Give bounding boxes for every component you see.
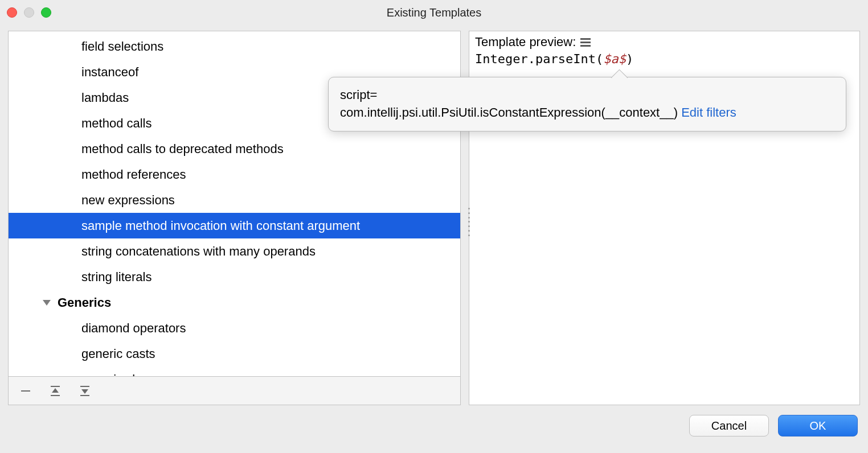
code-prefix: Integer.parseInt( [475,52,603,66]
collapse-all-icon[interactable] [77,383,93,399]
tooltip-script-text: com.intellij.psi.util.PsiUtil.isConstant… [340,105,678,120]
tree-category-generics[interactable]: Generics [9,290,460,315]
code-suffix: ) [626,52,633,66]
content-area: field selections instanceof lambdas meth… [0,25,868,405]
close-window-button[interactable] [7,7,17,18]
tree-item[interactable]: string literals [9,264,460,290]
tree-item[interactable]: field selections [9,34,460,59]
svg-rect-0 [21,390,30,392]
tooltip-line1: script= [340,87,834,104]
tree-item[interactable]: method calls to deprecated methods [9,136,460,162]
tree-item[interactable]: new expressions [9,187,460,213]
tree-item[interactable]: diamond operators [9,315,460,341]
ok-button[interactable]: OK [778,415,858,436]
tree-item[interactable]: generic casts [9,341,460,366]
preview-panel: Template preview: Integer.parseInt($a$) … [469,31,860,405]
svg-rect-4 [80,386,89,387]
cancel-button[interactable]: Cancel [689,415,769,436]
svg-rect-3 [51,395,60,396]
tree-toolbar [9,376,460,405]
titlebar: Existing Templates [0,0,868,25]
chevron-down-icon [43,300,51,306]
svg-rect-1 [51,386,60,387]
minimize-window-button[interactable] [24,7,34,18]
tree-item[interactable]: generic classes [9,366,460,376]
splitter-handle[interactable] [466,208,471,236]
tree-category-label: Generics [58,293,111,312]
preview-code: Integer.parseInt($a$) [475,52,854,66]
tooltip-line2: com.intellij.psi.util.PsiUtil.isConstant… [340,104,834,122]
tree-item[interactable]: method references [9,162,460,187]
filter-tooltip: script= com.intellij.psi.util.PsiUtil.is… [328,77,846,131]
edit-filters-link[interactable]: Edit filters [681,105,736,120]
preview-header: Template preview: [475,35,854,50]
preview-label: Template preview: [475,35,576,50]
svg-marker-2 [52,388,59,393]
svg-marker-5 [81,389,88,394]
tree-item[interactable]: string concatenations with many operands [9,238,460,264]
window-controls [7,7,51,18]
hamburger-icon[interactable] [580,38,591,47]
tree-item-selected[interactable]: sample method invocation with constant a… [9,213,460,238]
expand-all-icon[interactable] [47,383,63,399]
remove-icon[interactable] [18,383,34,399]
dialog-footer: Cancel OK [0,405,868,446]
window-title: Existing Templates [387,6,481,19]
code-variable: $a$ [603,52,626,66]
svg-rect-6 [80,395,89,396]
maximize-window-button[interactable] [41,7,51,18]
